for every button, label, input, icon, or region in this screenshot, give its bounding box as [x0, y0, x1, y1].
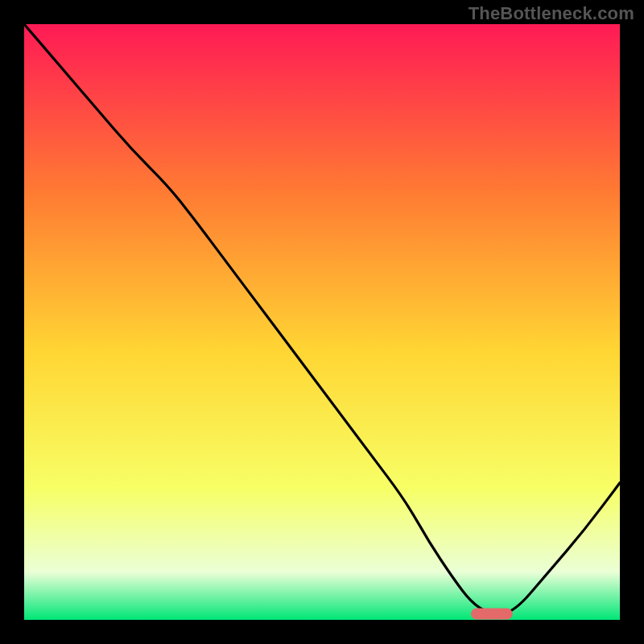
chart-frame: TheBottleneck.com — [0, 0, 644, 644]
bottleneck-chart — [24, 24, 620, 620]
optimal-marker — [471, 609, 513, 620]
gradient-background — [24, 24, 620, 620]
watermark-text: TheBottleneck.com — [469, 3, 634, 24]
plot-area — [24, 24, 620, 620]
